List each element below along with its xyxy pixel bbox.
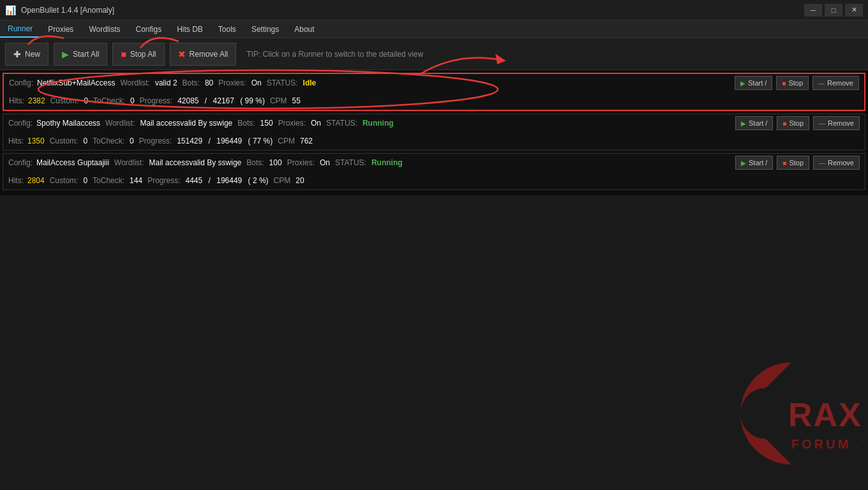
menu-about[interactable]: About xyxy=(287,20,322,38)
bots-label-2: Bots: xyxy=(237,119,255,128)
svg-text:RAX: RAX xyxy=(788,396,862,433)
runner-3-stop-icon: ■ xyxy=(782,160,786,167)
runner-1-remove-button[interactable]: — Remove xyxy=(812,76,859,90)
runner-row-3[interactable]: Config: MailAccess Guptaajiii Wordlist: … xyxy=(3,153,865,190)
menu-proxies[interactable]: Proxies xyxy=(40,20,81,38)
runner-1-remove-label: Remove xyxy=(827,79,853,87)
runner-2-stop-icon: ■ xyxy=(782,120,786,127)
runner-3-play-icon: ▶ xyxy=(741,160,746,167)
runner-2-remove-button[interactable]: — Remove xyxy=(813,116,860,130)
menu-configs[interactable]: Configs xyxy=(128,20,170,38)
runner-2-play-icon: ▶ xyxy=(741,120,746,127)
wordlist-label-1: Wordlist: xyxy=(120,78,149,87)
runner-2-remove-label: Remove xyxy=(828,119,854,127)
proxies-label-1: Proxies: xyxy=(218,78,246,87)
wordlist-value-1: valid 2 xyxy=(155,78,177,87)
stop-all-button[interactable]: ■ Stop All xyxy=(112,43,164,66)
play-all-icon: ▶ xyxy=(62,49,69,59)
runner-3-stop-button[interactable]: ■ Stop xyxy=(777,156,809,170)
proxies-value-2: On xyxy=(311,119,321,128)
tocheck-label-3: ToCheck: xyxy=(93,176,124,185)
runner-3-remove-icon: — xyxy=(819,160,825,167)
proxies-value-3: On xyxy=(320,158,330,167)
proxies-label-2: Proxies: xyxy=(278,119,306,128)
cpm-label-3: CPM xyxy=(274,176,291,185)
runner-1-start-label: Start / xyxy=(748,79,767,87)
cpm-value-1: 55 xyxy=(292,96,301,105)
bots-value-1: 80 xyxy=(205,78,213,87)
runner-3-start-label: Start / xyxy=(749,159,767,167)
runner-2-stop-button[interactable]: ■ Stop xyxy=(777,116,809,130)
progress-done-3: 4445 xyxy=(186,176,203,185)
wordlist-value-2: Mail accessvalid By sswige xyxy=(140,119,233,128)
menu-settings[interactable]: Settings xyxy=(244,20,287,38)
config-label-2: Config: xyxy=(8,119,33,128)
maximize-button[interactable]: □ xyxy=(825,4,842,17)
runner-row-2[interactable]: Config: Spothy Mailaccess Wordlist: Mail… xyxy=(3,114,865,151)
svg-text:.: . xyxy=(855,440,858,450)
app-icon: 📊 xyxy=(5,5,16,15)
runner-2-start-label: Start / xyxy=(749,119,767,127)
progress-total-2: 196449 xyxy=(216,137,242,145)
toolbar: ✚ New ▶ Start All ■ Stop All ✖ Remove Al… xyxy=(0,38,868,70)
runner-1-remove-icon: — xyxy=(818,80,825,87)
watermark: RAX FORUM . xyxy=(664,350,868,490)
tocheck-value-1: 0 xyxy=(130,96,135,105)
config-label-1: Config: xyxy=(9,78,33,87)
tocheck-value-3: 144 xyxy=(130,176,142,185)
status-value-1: Idle xyxy=(303,78,317,87)
menu-hitsdb[interactable]: Hits DB xyxy=(169,20,211,38)
stop-all-icon: ■ xyxy=(121,49,126,59)
config-value-1: NetflixSub+MailAccess xyxy=(37,78,115,87)
progress-total-3: 196449 xyxy=(216,176,242,185)
bots-value-2: 150 xyxy=(260,119,273,128)
custom-value-2: 0 xyxy=(83,137,87,145)
progress-done-2: 151429 xyxy=(177,137,202,145)
status-value-3: Running xyxy=(371,158,403,167)
runner-1-stats-line: Hits: 2382 Custom: 0 ToCheck: 0 Progress… xyxy=(4,92,864,110)
runners-area: Config: NetflixSub+MailAccess Wordlist: … xyxy=(0,70,868,195)
hits-value-3: 2804 xyxy=(27,176,45,185)
stop-all-label: Stop All xyxy=(130,50,156,59)
start-all-label: Start All xyxy=(73,50,99,59)
progress-pct-3: ( 2 %) xyxy=(246,176,268,185)
cpm-value-3: 20 xyxy=(296,176,304,185)
runner-2-start-button[interactable]: ▶ Start / xyxy=(735,116,773,130)
custom-label-1: Custom: xyxy=(50,96,79,105)
progress-done-1: 42085 xyxy=(177,96,198,105)
start-all-button[interactable]: ▶ Start All xyxy=(54,43,107,66)
menu-wordlists[interactable]: Wordlists xyxy=(81,20,128,38)
runner-1-start-button[interactable]: ▶ Start / xyxy=(735,76,772,90)
config-label-3: Config: xyxy=(8,158,33,167)
progress-pct-2: ( 77 %) xyxy=(246,137,273,145)
new-icon: ✚ xyxy=(13,49,21,59)
hits-label-3: Hits: xyxy=(8,176,24,185)
runner-3-start-button[interactable]: ▶ Start / xyxy=(735,156,773,170)
tocheck-value-2: 0 xyxy=(130,137,134,145)
runner-3-stop-label: Stop xyxy=(789,159,804,167)
cpm-label-2: CPM xyxy=(278,137,295,145)
remove-all-button[interactable]: ✖ Remove All xyxy=(170,43,237,66)
progress-label-2: Progress: xyxy=(139,137,172,145)
menu-bar: Runner Proxies Wordlists Configs Hits DB… xyxy=(0,20,868,38)
runner-3-stats-line: Hits: 2804 Custom: 0 ToCheck: 144 Progre… xyxy=(3,172,865,189)
runner-3-remove-label: Remove xyxy=(828,159,854,167)
runner-row-1[interactable]: Config: NetflixSub+MailAccess Wordlist: … xyxy=(3,73,865,111)
runner-1-controls: ▶ Start / ■ Stop — Remove xyxy=(735,76,859,90)
wordlist-label-3: Wordlist: xyxy=(114,158,144,167)
proxies-value-1: On xyxy=(251,78,262,87)
new-button[interactable]: ✚ New xyxy=(5,43,49,66)
runner-3-remove-button[interactable]: — Remove xyxy=(813,156,860,170)
svg-text:FORUM: FORUM xyxy=(791,437,851,451)
custom-label-3: Custom: xyxy=(50,176,79,185)
custom-label-2: Custom: xyxy=(50,137,79,145)
bots-value-3: 100 xyxy=(269,158,282,167)
runner-1-stop-icon: ■ xyxy=(782,80,786,87)
close-button[interactable]: ✕ xyxy=(845,4,863,17)
minimize-button[interactable]: ─ xyxy=(804,4,822,17)
menu-runner[interactable]: Runner xyxy=(0,20,40,38)
custom-value-3: 0 xyxy=(83,176,87,185)
status-label-1: STATUS: xyxy=(267,78,298,87)
menu-tools[interactable]: Tools xyxy=(211,20,244,38)
runner-1-stop-button[interactable]: ■ Stop xyxy=(776,76,809,90)
